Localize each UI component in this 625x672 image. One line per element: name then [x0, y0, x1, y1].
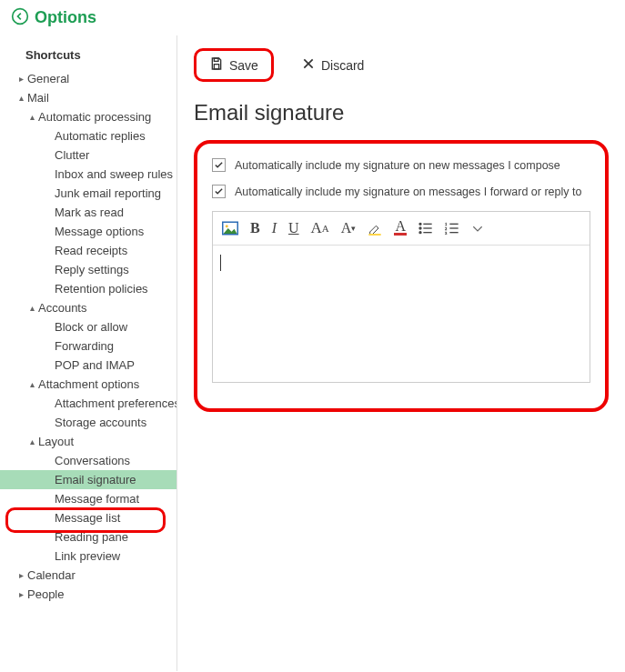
- nav-automatic-processing[interactable]: ▴Automatic processing: [0, 107, 176, 126]
- nav-read-receipts[interactable]: Read receipts: [0, 241, 176, 260]
- nav-message-options[interactable]: Message options: [0, 222, 176, 241]
- text-cursor: [220, 255, 221, 271]
- nav-mail[interactable]: ▴Mail: [0, 88, 176, 107]
- save-button[interactable]: Save: [194, 48, 274, 82]
- svg-point-6: [419, 223, 421, 225]
- svg-rect-2: [214, 65, 218, 69]
- save-label: Save: [229, 58, 258, 73]
- main-panel: Save Discard Email signature Automatical…: [177, 35, 625, 671]
- svg-text:3: 3: [445, 231, 448, 235]
- nav-layout[interactable]: ▴Layout: [0, 432, 176, 451]
- font-size-icon[interactable]: AA: [311, 219, 329, 237]
- svg-rect-1: [214, 58, 218, 61]
- svg-point-8: [419, 227, 421, 229]
- nav-attachment-options[interactable]: ▴Attachment options: [0, 375, 176, 394]
- nav-message-list[interactable]: Message list: [0, 508, 176, 527]
- nav-conversations[interactable]: Conversations: [0, 451, 176, 470]
- nav-link-preview[interactable]: Link preview: [0, 547, 176, 566]
- nav-block-allow[interactable]: Block or allow: [0, 317, 176, 336]
- nav-automatic-replies[interactable]: Automatic replies: [0, 126, 176, 145]
- highlight-color-icon[interactable]: [368, 221, 382, 236]
- nav-general[interactable]: ▸General: [0, 69, 176, 88]
- bullet-list-icon[interactable]: [418, 222, 433, 235]
- signature-editor: B I U AA A▾ A 123: [212, 211, 590, 383]
- svg-point-4: [226, 225, 228, 227]
- nav-retention-policies[interactable]: Retention policies: [0, 279, 176, 298]
- nav-accounts[interactable]: ▴Accounts: [0, 298, 176, 317]
- italic-icon[interactable]: I: [272, 220, 277, 236]
- checkbox-new-messages-label: Automatically include my signature on ne…: [235, 159, 560, 172]
- nav-attachment-prefs[interactable]: Attachment preferences: [0, 394, 176, 413]
- nav-clutter[interactable]: Clutter: [0, 145, 176, 165]
- font-color-icon[interactable]: A: [394, 221, 407, 236]
- svg-point-0: [13, 9, 28, 25]
- numbered-list-icon[interactable]: 123: [445, 222, 459, 235]
- page-header-title: Options: [35, 8, 96, 27]
- nav-people[interactable]: ▸People: [0, 585, 176, 604]
- discard-button[interactable]: Discard: [290, 51, 375, 79]
- checkbox-forward-reply[interactable]: [212, 185, 226, 198]
- nav-message-format[interactable]: Message format: [0, 489, 176, 508]
- sidebar: Shortcuts ▸General ▴Mail ▴Automatic proc…: [0, 35, 177, 671]
- bold-icon[interactable]: B: [250, 220, 260, 236]
- checkbox-new-messages[interactable]: [212, 158, 226, 172]
- save-icon: [209, 56, 224, 74]
- nav-calendar[interactable]: ▸Calendar: [0, 566, 176, 585]
- annotation-highlight-form: Automatically include my signature on ne…: [194, 140, 609, 412]
- shortcuts-heading: Shortcuts: [0, 45, 176, 69]
- back-icon[interactable]: [11, 7, 29, 28]
- discard-label: Discard: [321, 58, 364, 73]
- nav-storage-accounts[interactable]: Storage accounts: [0, 413, 176, 432]
- page-title: Email signature: [194, 100, 609, 125]
- close-icon: [301, 56, 316, 74]
- nav-forwarding[interactable]: Forwarding: [0, 336, 176, 356]
- nav-junk-reporting[interactable]: Junk email reporting: [0, 184, 176, 203]
- font-family-icon[interactable]: A▾: [341, 220, 357, 236]
- nav-pop-imap[interactable]: POP and IMAP: [0, 356, 176, 375]
- nav-email-signature[interactable]: Email signature: [0, 470, 176, 489]
- signature-textarea[interactable]: [213, 246, 590, 382]
- insert-image-icon[interactable]: [222, 221, 238, 236]
- nav-inbox-sweep[interactable]: Inbox and sweep rules: [0, 165, 176, 184]
- svg-rect-5: [369, 234, 381, 236]
- more-options-icon[interactable]: [471, 224, 484, 233]
- svg-point-10: [419, 232, 421, 234]
- checkbox-forward-reply-label: Automatically include my signature on me…: [235, 186, 581, 198]
- underline-icon[interactable]: U: [288, 220, 299, 236]
- nav-mark-read[interactable]: Mark as read: [0, 203, 176, 222]
- nav-reply-settings[interactable]: Reply settings: [0, 260, 176, 279]
- nav-reading-pane[interactable]: Reading pane: [0, 527, 176, 547]
